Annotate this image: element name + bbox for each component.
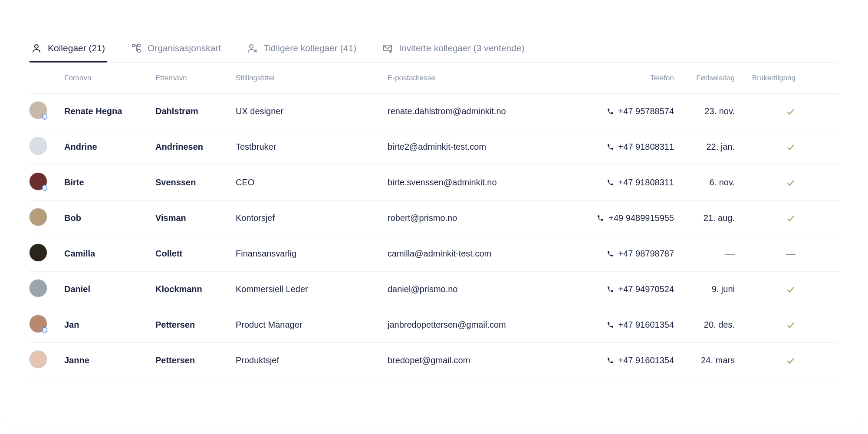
cell-email: robert@prismo.no [388,213,574,223]
tab-mail-plus[interactable]: Inviterte kollegaer (3 ventende) [381,35,526,62]
cell-phone[interactable]: +47 91601354 [574,355,674,365]
cell-last: Klockmann [155,284,236,294]
table-header-row: Fornavn Etternavn Stillingstittel E-post… [30,62,838,94]
cell-access [735,214,796,223]
cell-birthday: 6. nov. [674,178,735,187]
cell-access [735,356,796,365]
cell-title: UX designer [236,106,388,116]
table-row[interactable]: CamillaCollettFinansansvarligcamilla@adm… [30,236,838,272]
cell-access [735,107,796,116]
main-card: Kollegaer (21)OrganisasjonskartTidligere… [4,4,864,430]
col-header-access[interactable]: Brukertilgang [735,74,796,82]
cell-phone[interactable]: +47 91808311 [574,142,674,152]
svg-rect-5 [384,45,391,51]
avatar[interactable] [30,244,47,261]
phone-icon [607,179,614,186]
cell-access: — [735,248,796,260]
shield-icon [41,184,49,192]
phone-icon [607,286,614,293]
tab-label: Organisasjonskart [148,43,221,53]
check-icon [786,107,796,116]
table-row[interactable]: BobVismanKontorsjefrobert@prismo.no+49 9… [30,201,838,236]
cell-phone[interactable]: +47 98798787 [574,249,674,259]
cell-phone[interactable]: +47 94970524 [574,284,674,294]
cell-last: Pettersen [155,320,236,330]
tabs-bar: Kollegaer (21)OrganisasjonskartTidligere… [30,35,838,62]
cell-birthday: 23. nov. [674,106,735,116]
check-icon [786,320,796,330]
avatar[interactable] [30,279,47,297]
svg-rect-2 [138,44,140,47]
avatar[interactable] [30,351,47,368]
cell-birthday: 9. juni [674,284,735,294]
cell-access [735,285,796,294]
cell-first: Janne [64,355,155,365]
cell-birthday: 24. mars [674,355,735,365]
dash-icon: — [786,248,796,260]
phone-icon [607,108,614,115]
cell-first: Camilla [64,249,155,259]
cell-access [735,178,796,187]
cell-phone[interactable]: +49 9489915955 [574,213,674,223]
check-icon [786,142,796,152]
check-icon [786,178,796,187]
avatar[interactable] [30,208,47,226]
col-header-email[interactable]: E-postadresse [388,74,574,82]
col-header-last[interactable]: Etternavn [155,74,236,82]
tab-person-x[interactable]: Tidligere kollegaer (41) [245,35,358,62]
cell-email: renate.dahlstrom@adminkit.no [388,106,574,116]
cell-birthday: 20. des. [674,320,735,330]
cell-first: Jan [64,320,155,330]
cell-access [735,320,796,330]
phone-icon [607,143,614,151]
table-body: Renate HegnaDahlstrømUX designerrenate.d… [30,94,838,378]
table-row[interactable]: Renate HegnaDahlstrømUX designerrenate.d… [30,94,838,129]
avatar[interactable] [30,137,47,155]
cell-phone[interactable]: +47 91601354 [574,320,674,330]
cell-first: Renate Hegna [64,106,155,116]
cell-first: Bob [64,213,155,223]
cell-last: Pettersen [155,355,236,365]
cell-first: Daniel [64,284,155,294]
table-row[interactable]: JannePettersenProduktsjefbredopet@gmail.… [30,343,838,378]
cell-last: Dahlstrøm [155,106,236,116]
cell-title: Kommersiell Leder [236,284,388,294]
cell-birthday: — [674,248,735,260]
col-header-first[interactable]: Fornavn [64,74,155,82]
phone-icon [597,214,604,222]
cell-phone[interactable]: +47 91808311 [574,178,674,187]
col-header-title[interactable]: Stillingstittel [236,74,388,82]
svg-point-4 [250,45,253,48]
phone-number: +47 95788574 [618,106,674,116]
cell-title: Kontorsjef [236,213,388,223]
avatar[interactable] [30,102,47,119]
phone-number: +47 94970524 [618,284,674,294]
check-icon [786,356,796,365]
cell-email: birte.svenssen@adminkit.no [388,178,574,187]
tab-org[interactable]: Organisasjonskart [129,35,223,62]
table-row[interactable]: DanielKlockmannKommersiell Lederdaniel@p… [30,272,838,307]
tab-person[interactable]: Kollegaer (21) [30,35,107,62]
cell-access [735,142,796,152]
table-row[interactable]: JanPettersenProduct Managerjanbredopette… [30,307,838,343]
cell-title: CEO [236,178,388,187]
phone-number: +47 98798787 [618,249,674,259]
cell-birthday: 21. aug. [674,213,735,223]
mail-plus-icon [382,43,393,53]
table-row[interactable]: BirteSvenssenCEObirte.svenssen@adminkit.… [30,165,838,201]
cell-email: janbredopettersen@gmail.com [388,320,574,330]
table-row[interactable]: AndrineAndrinesenTestbrukerbirte2@admink… [30,129,838,165]
avatar[interactable] [30,315,47,332]
cell-last: Collett [155,249,236,259]
avatar[interactable] [30,173,47,190]
cell-phone[interactable]: +47 95788574 [574,106,674,116]
col-header-phone[interactable]: Telefon [574,74,674,82]
phone-number: +47 91808311 [618,142,674,152]
phone-icon [607,250,614,257]
col-header-birthday[interactable]: Fødselsdag [674,74,735,82]
cell-email: birte2@adminkit-test.com [388,142,574,152]
cell-email: bredopet@gmail.com [388,355,574,365]
phone-icon [607,321,614,329]
phone-number: +47 91601354 [618,355,674,365]
org-icon [131,43,141,53]
